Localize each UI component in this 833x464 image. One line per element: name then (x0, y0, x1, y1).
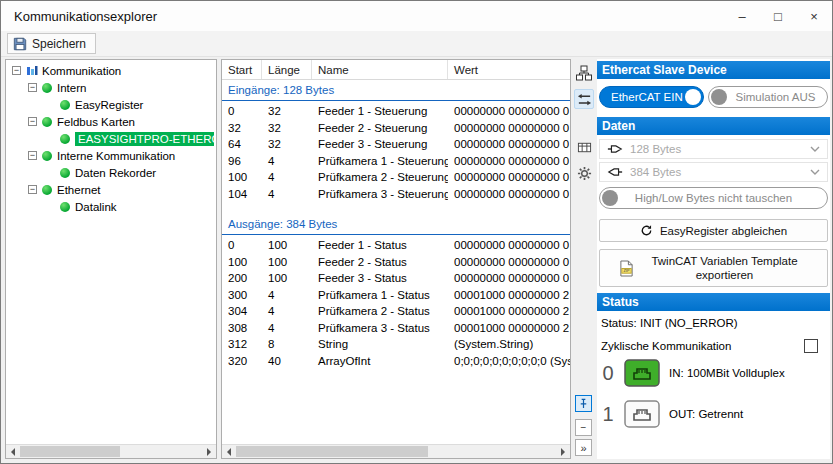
status-dot-icon (60, 134, 70, 144)
cell-name: Feeder 1 - Steuerung (312, 105, 448, 117)
table-row[interactable]: 312 8 String (System.String) (222, 336, 570, 353)
tree-item-datalink[interactable]: Datalink (8, 198, 214, 215)
daten-header-label: Daten (602, 119, 635, 133)
table-row[interactable]: 304 4 Prüfkamera 2 - Status 00001000 000… (222, 303, 570, 320)
table-row[interactable]: 104 4 Prüfkamera 3 - Steuerung 00000000 … (222, 186, 570, 203)
status-dot-icon (60, 168, 70, 178)
cell-start: 64 (222, 138, 262, 150)
column-header-start[interactable]: Start (222, 60, 262, 79)
save-button-label: Speichern (32, 37, 86, 51)
table-row[interactable]: 200 100 Feeder 3 - Status 00000000 00000… (222, 270, 570, 287)
tree-item-kommunikation[interactable]: − Kommunikation (8, 62, 214, 79)
table-horizontal-scrollbar[interactable] (222, 444, 570, 458)
table-row[interactable]: 308 4 Prüfkamera 3 - Status 00001000 000… (222, 320, 570, 337)
cell-start: 0 (222, 239, 262, 251)
cell-start: 100 (222, 171, 262, 183)
table-row[interactable]: 320 40 ArrayOfInt 0;0;0;0;0;0;0;0;0;0 (S… (222, 353, 570, 370)
tree-item-easysightpro-ethercat-v[interactable]: EASYSIGHTPRO-ETHERCAT-V (8, 130, 214, 147)
port-number: 1 (601, 403, 615, 426)
cell-start: 304 (222, 305, 262, 317)
table-row[interactable]: 32 32 Feeder 2 - Steuerung 00000000 0000… (222, 120, 570, 137)
table-row[interactable]: 300 4 Prüfkamera 1 - Status 00001000 000… (222, 287, 570, 304)
save-button[interactable]: Speichern (7, 33, 96, 54)
section-header-label: Eingänge: 128 Bytes (228, 84, 334, 96)
scroll-left-arrow[interactable] (222, 445, 236, 458)
tree-item-daten-rekorder[interactable]: Daten Rekorder (8, 164, 214, 181)
output-bytes-dropdown[interactable]: 384 Bytes (599, 162, 828, 182)
tree-item-ethernet[interactable]: − Ethernet (8, 181, 214, 198)
process-data-table-panel: Start Länge Name Wert Eingänge: 128 Byte… (221, 59, 571, 459)
table-row[interactable]: 0 32 Feeder 1 - Steuerung 00000000 00000… (222, 103, 570, 120)
cell-laenge: 40 (262, 355, 312, 367)
scroll-right-arrow[interactable] (202, 445, 216, 458)
tree-item-intern[interactable]: − Intern (8, 79, 214, 96)
table-row[interactable]: 64 32 Feeder 3 - Steuerung 00000000 0000… (222, 136, 570, 153)
ethercat-on-toggle[interactable]: EtherCAT EIN (599, 86, 704, 108)
communication-tree: − Kommunikation − Intern EasyRegister − … (8, 62, 214, 442)
tree-expander-icon[interactable]: − (28, 117, 37, 126)
tree-item-label: Daten Rekorder (75, 167, 156, 179)
port-status-label: OUT: Getrennt (669, 408, 743, 420)
tree-expander-icon[interactable]: − (28, 151, 37, 160)
communication-root-icon (26, 65, 38, 77)
scrollbar-track[interactable] (236, 445, 556, 458)
input-connector-icon (607, 143, 623, 155)
tree-expander-icon[interactable]: − (28, 83, 37, 92)
collapse-panel-button[interactable]: − (575, 419, 592, 436)
scrollbar-track[interactable] (20, 445, 202, 458)
minimize-button[interactable]: – (724, 1, 760, 31)
tree-item-feldbus-karten[interactable]: − Feldbus Karten (8, 113, 214, 130)
tree-horizontal-scrollbar[interactable] (6, 444, 216, 458)
tree-expander-icon[interactable]: − (28, 185, 37, 194)
settings-gear-icon[interactable] (574, 163, 594, 183)
tree-expander-icon[interactable]: − (12, 66, 21, 75)
cyclic-communication-checkbox[interactable] (804, 339, 818, 353)
easyregister-sync-button[interactable]: EasyRegister abgleichen (599, 219, 828, 242)
window-title: Kommunikationsexplorer (14, 9, 157, 24)
twincat-export-button[interactable]: ZIP TwinCAT Variablen Template exportier… (599, 249, 828, 287)
table-row[interactable]: 100 4 Prüfkamera 2 - Steuerung 00000000 … (222, 169, 570, 186)
tree-item-label: Interne Kommunikation (57, 150, 175, 162)
cell-start: 0 (222, 105, 262, 117)
status-section-header: Status (597, 293, 830, 311)
cell-name: ArrayOfInt (312, 355, 448, 367)
tree-item-label: Kommunikation (42, 65, 121, 77)
ethercat-toggle-label: EtherCAT EIN (611, 91, 683, 103)
column-header-laenge[interactable]: Länge (262, 60, 312, 79)
pin-panel-button[interactable] (575, 395, 592, 412)
table-row[interactable]: 96 4 Prüfkamera 1 - Steuerung 00000000 0… (222, 153, 570, 170)
network-topology-icon[interactable] (574, 63, 594, 83)
scroll-right-arrow[interactable] (556, 445, 570, 458)
table-row[interactable]: 100 100 Feeder 2 - Status 00000000 00000… (222, 254, 570, 271)
cell-wert: 00001000 00000000 2 (448, 305, 570, 317)
cell-laenge: 4 (262, 305, 312, 317)
column-header-wert[interactable]: Wert (448, 60, 570, 79)
simulation-off-toggle[interactable]: Simulation AUS (708, 86, 829, 108)
cell-laenge: 100 (262, 239, 312, 251)
process-image-grid-icon[interactable] (574, 137, 594, 157)
scrollbar-thumb[interactable] (236, 446, 428, 457)
ethercat-settings-panel: Ethercat Slave Device EtherCAT EIN Simul… (597, 59, 830, 459)
tree-item-easyregister[interactable]: EasyRegister (8, 96, 214, 113)
status-header-label: Status (602, 295, 639, 309)
cell-laenge: 32 (262, 138, 312, 150)
cell-wert: 0;0;0;0;0;0;0;0;0;0 (System.Int32[]) (448, 355, 570, 367)
high-low-swap-toggle[interactable]: High/Low Bytes nicht tauschen (599, 187, 828, 209)
tree-item-interne-kommunikation[interactable]: − Interne Kommunikation (8, 147, 214, 164)
input-bytes-dropdown[interactable]: 128 Bytes (599, 139, 828, 159)
svg-text:ZIP: ZIP (623, 268, 629, 273)
swap-arrows-icon[interactable] (574, 89, 594, 109)
expand-more-button[interactable]: » (575, 439, 592, 456)
column-header-name[interactable]: Name (312, 60, 448, 79)
cell-laenge: 32 (262, 122, 312, 134)
refresh-icon (640, 224, 653, 237)
cell-name: Feeder 2 - Status (312, 256, 448, 268)
cell-laenge: 100 (262, 256, 312, 268)
maximize-button[interactable]: □ (760, 1, 796, 31)
cell-name: Prüfkamera 1 - Status (312, 289, 448, 301)
table-row[interactable]: 0 100 Feeder 1 - Status 00000000 0000000… (222, 237, 570, 254)
close-button[interactable]: × (796, 1, 832, 31)
scroll-left-arrow[interactable] (6, 445, 20, 458)
scrollbar-thumb[interactable] (20, 446, 120, 457)
cell-laenge: 8 (262, 338, 312, 350)
